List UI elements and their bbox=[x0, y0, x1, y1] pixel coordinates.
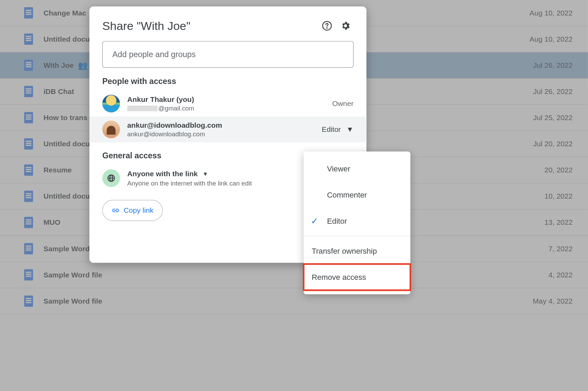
menu-separator bbox=[304, 236, 410, 236]
gear-icon[interactable] bbox=[337, 18, 353, 34]
role-dropdown[interactable]: Editor ▼ bbox=[322, 125, 353, 134]
menu-item-transfer-ownership[interactable]: Transfer ownership bbox=[304, 238, 410, 264]
person-email: ankur@idownloadblog.com bbox=[127, 130, 322, 138]
menu-item-commenter[interactable]: Commenter bbox=[304, 182, 410, 208]
check-icon: ✓ bbox=[311, 216, 318, 226]
person-role-owner: Owner bbox=[332, 99, 353, 108]
help-icon[interactable] bbox=[319, 18, 335, 34]
role-menu: Viewer Commenter ✓ Editor Transfer owner… bbox=[304, 151, 410, 294]
svg-point-1 bbox=[327, 28, 327, 29]
person-name: ankur@idownloadblog.com bbox=[127, 121, 322, 130]
person-name: Ankur Thakur (you) bbox=[127, 95, 332, 104]
menu-item-viewer[interactable]: Viewer bbox=[304, 156, 410, 182]
avatar bbox=[102, 120, 120, 138]
role-label: Editor bbox=[322, 125, 341, 134]
globe-icon bbox=[102, 169, 120, 187]
add-people-input[interactable]: Add people and groups bbox=[102, 41, 353, 67]
people-with-access-heading: People with access bbox=[89, 68, 367, 91]
caret-down-icon: ▼ bbox=[346, 125, 353, 134]
dialog-title: Share "With Joe" bbox=[102, 19, 316, 33]
link-icon bbox=[111, 207, 119, 214]
caret-down-icon: ▼ bbox=[203, 170, 208, 177]
copy-link-label: Copy link bbox=[124, 206, 154, 215]
menu-item-remove-access[interactable]: Remove access bbox=[304, 264, 410, 290]
person-email: @gmail.com bbox=[127, 105, 332, 112]
general-access-label: Anyone with the link bbox=[127, 169, 198, 178]
copy-link-button[interactable]: Copy link bbox=[102, 200, 163, 221]
menu-item-editor[interactable]: ✓ Editor bbox=[304, 208, 410, 234]
person-row-owner: Ankur Thakur (you) @gmail.com Owner bbox=[89, 91, 367, 116]
person-row-editor: ankur@idownloadblog.com ankur@idownloadb… bbox=[89, 116, 367, 142]
avatar bbox=[102, 95, 120, 113]
add-people-placeholder: Add people and groups bbox=[112, 50, 196, 59]
